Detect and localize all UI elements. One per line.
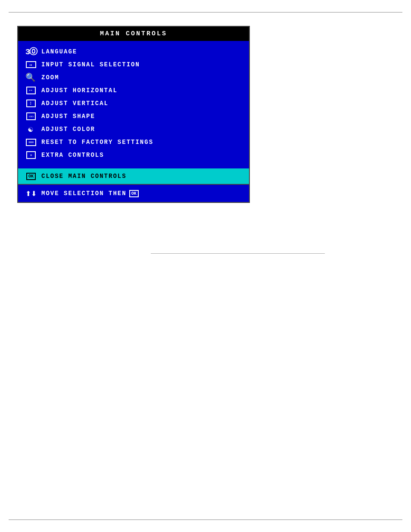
menu-item-adjust-shape[interactable]: ▭▭ ADJUST SHAPE <box>18 110 249 123</box>
menu-item-adjust-vertical[interactable]: ↕ ADJUST VERTICAL <box>18 97 249 110</box>
main-controls-menu: MAIN CONTROLS 3⓪ LANGUAGE ⇒ INPUT SIGNAL… <box>17 26 250 203</box>
extra-controls-icon: ≡ <box>24 150 38 160</box>
menu-item-zoom[interactable]: 🔍 ZOOM <box>18 71 249 84</box>
close-main-controls-label: CLOSE MAIN CONTROLS <box>41 173 127 180</box>
reset-factory-icon: ≡≡≡ <box>24 137 38 147</box>
footer-ok-badge: OK <box>129 190 139 197</box>
adjust-color-icon: ☯ <box>24 124 38 134</box>
adjust-horizontal-label: ADJUST HORIZONTAL <box>41 87 118 94</box>
menu-item-adjust-color[interactable]: ☯ ADJUST COLOR <box>18 123 249 136</box>
menu-title: MAIN CONTROLS <box>18 27 249 41</box>
menu-item-adjust-horizontal[interactable]: ↔ ADJUST HORIZONTAL <box>18 84 249 97</box>
input-signal-icon: ⇒ <box>24 59 38 70</box>
menu-item-language[interactable]: 3⓪ LANGUAGE <box>18 45 249 58</box>
input-signal-label: INPUT SIGNAL SELECTION <box>41 61 140 68</box>
language-icon: 3⓪ <box>24 47 38 57</box>
navigation-icon: ⬆⬇ <box>24 188 38 199</box>
footer-row: ⬆⬇ MOVE SELECTION THEN OK <box>18 184 249 202</box>
zoom-icon: 🔍 <box>24 72 38 83</box>
ok-icon: OK <box>24 171 38 181</box>
extra-controls-label: EXTRA CONTROLS <box>41 152 104 159</box>
adjust-shape-icon: ▭▭ <box>24 111 38 121</box>
adjust-color-label: ADJUST COLOR <box>41 126 95 133</box>
footer-label-text: MOVE SELECTION THEN <box>41 190 127 197</box>
menu-items-list: 3⓪ LANGUAGE ⇒ INPUT SIGNAL SELECTION 🔍 Z… <box>18 41 249 168</box>
menu-item-reset-factory[interactable]: ≡≡≡ RESET TO FACTORY SETTINGS <box>18 136 249 149</box>
zoom-label: ZOOM <box>41 74 59 81</box>
language-label: LANGUAGE <box>41 48 77 55</box>
center-divider <box>151 253 325 254</box>
menu-item-extra-controls[interactable]: ≡ EXTRA CONTROLS <box>18 149 249 162</box>
bottom-border <box>9 520 402 520</box>
reset-factory-label: RESET TO FACTORY SETTINGS <box>41 139 153 146</box>
adjust-shape-label: ADJUST SHAPE <box>41 113 95 120</box>
top-border <box>9 12 402 12</box>
adjust-vertical-label: ADJUST VERTICAL <box>41 100 109 107</box>
adjust-horizontal-icon: ↔ <box>24 85 38 96</box>
menu-item-input-signal[interactable]: ⇒ INPUT SIGNAL SELECTION <box>18 58 249 71</box>
close-main-controls-button[interactable]: OK CLOSE MAIN CONTROLS <box>18 168 249 184</box>
adjust-vertical-icon: ↕ <box>24 98 38 109</box>
